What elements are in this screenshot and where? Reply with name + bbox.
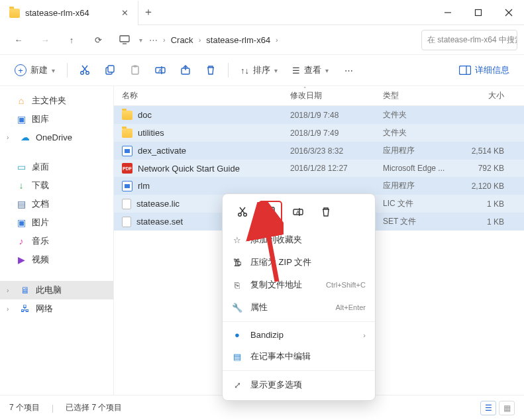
gallery-icon: ▣: [16, 114, 26, 125]
paste-button[interactable]: [123, 60, 147, 81]
svg-point-7: [86, 72, 89, 75]
table-row[interactable]: dex_activate2016/3/23 8:32应用程序2,514 KB: [114, 142, 524, 160]
cm-notepad-edit[interactable]: ▤在记事本中编辑: [223, 345, 375, 368]
sidebar-desktop[interactable]: ▭桌面: [0, 158, 113, 176]
cm-show-more[interactable]: ⤢显示更多选项: [223, 374, 375, 396]
view-button[interactable]: ☰ 查看 ▾: [286, 60, 335, 80]
cm-compress-zip[interactable]: 🗜压缩为 ZIP 文件: [223, 251, 375, 274]
maximize-button[interactable]: [463, 0, 494, 25]
titlebar: statease-rlm-x64 ✕ ＋: [0, 0, 524, 25]
rename-button[interactable]: A: [148, 60, 172, 81]
sidebar-downloads[interactable]: ↓下载: [0, 176, 113, 195]
desktop-icon: ▭: [16, 162, 26, 172]
svg-point-21: [244, 213, 247, 217]
document-icon: ▤: [16, 199, 26, 209]
table-row[interactable]: rlm应用程序2,120 KB: [114, 177, 524, 195]
search-input[interactable]: 在 statease-rlm-x64 中搜索: [421, 30, 517, 50]
col-type[interactable]: 类型: [383, 90, 462, 101]
view-list-button[interactable]: ☰: [480, 401, 496, 415]
col-size[interactable]: 大小: [462, 90, 516, 101]
delete-button[interactable]: [199, 60, 223, 81]
sidebar-documents[interactable]: ▤文档: [0, 195, 113, 213]
folder-icon: [122, 129, 132, 138]
sidebar: ⌂主文件夹 ▣图库 ›☁OneDrive ▭桌面 ↓下载 ▤文档 ▣图片 ♪音乐…: [0, 86, 114, 420]
minimize-button[interactable]: [433, 0, 463, 25]
close-window-button[interactable]: [494, 0, 524, 25]
chevron-right-icon: ›: [276, 36, 278, 44]
refresh-button[interactable]: ⟳: [86, 29, 110, 50]
sidebar-videos[interactable]: ▶视频: [0, 250, 113, 269]
file-size: 2,120 KB: [462, 182, 516, 191]
new-tab-button[interactable]: ＋: [138, 5, 158, 19]
new-label: 新建: [30, 64, 48, 76]
details-label: 详细信息: [475, 64, 509, 76]
copy-button[interactable]: [98, 60, 122, 81]
navbar: ← → ↑ ⟳ ▾ ⋯ › Crack › statease-rlm-x64 ›…: [0, 25, 524, 54]
details-icon: [459, 66, 471, 75]
tab-current[interactable]: statease-rlm-x64 ✕: [0, 0, 138, 25]
breadcrumb-item[interactable]: Crack: [171, 35, 193, 45]
table-row[interactable]: doc2018/1/9 7:48文件夹: [114, 106, 524, 124]
video-icon: ▶: [16, 254, 26, 265]
sidebar-home[interactable]: ⌂主文件夹: [0, 91, 113, 110]
cut-button[interactable]: [73, 60, 97, 81]
file-icon: [122, 217, 131, 227]
context-menu: A ☆添加到收藏夹 🗜压缩为 ZIP 文件 ⎘复制文件地址Ctrl+Shift+…: [222, 193, 376, 401]
sort-label: 排序: [253, 64, 270, 76]
cm-bandizip[interactable]: ●Bandizip›: [223, 325, 375, 345]
close-tab-icon[interactable]: ✕: [121, 8, 129, 18]
table-row[interactable]: PDFNetwork Quick Start Guide2016/1/28 12…: [114, 160, 524, 177]
expand-icon: ⤢: [232, 380, 242, 390]
chevron-right-icon[interactable]: ›: [7, 305, 15, 313]
col-name[interactable]: 名称: [122, 90, 290, 101]
file-icon: [122, 199, 131, 209]
file-size: 1 KB: [462, 199, 516, 209]
breadcrumb-item[interactable]: statease-rlm-x64: [206, 35, 270, 45]
back-button[interactable]: ←: [7, 29, 30, 50]
file-date: 2016/1/28 12:27: [290, 164, 383, 173]
view-grid-button[interactable]: ▦: [499, 401, 515, 415]
pc-icon[interactable]: [113, 29, 136, 50]
svg-rect-1: [476, 9, 482, 15]
file-date: 2016/3/23 8:32: [290, 146, 383, 156]
chevron-right-icon[interactable]: ›: [7, 134, 15, 141]
cm-cut-button[interactable]: [231, 201, 254, 223]
sidebar-gallery[interactable]: ▣图库: [0, 110, 113, 129]
sidebar-thispc[interactable]: ›🖥此电脑: [0, 281, 113, 299]
chevron-right-icon: ›: [199, 36, 201, 44]
sidebar-pictures[interactable]: ▣图片: [0, 213, 113, 232]
up-button[interactable]: ↑: [60, 29, 83, 50]
new-button[interactable]: + 新建 ▾: [8, 60, 62, 80]
path-icon: ⎘: [232, 280, 242, 290]
tab-title: statease-rlm-x64: [25, 8, 89, 18]
svg-line-22: [240, 207, 245, 213]
cm-copy-path[interactable]: ⎘复制文件地址Ctrl+Shift+C: [223, 274, 375, 296]
wrench-icon: 🔧: [232, 303, 242, 313]
pc-icon: 🖥: [20, 285, 30, 295]
sidebar-music[interactable]: ♪音乐: [0, 232, 113, 250]
chevron-right-icon[interactable]: ›: [7, 287, 15, 294]
exe-icon: [122, 146, 132, 156]
more-button[interactable]: ⋯: [337, 60, 360, 81]
cloud-icon: ☁: [20, 132, 30, 142]
cm-rename-button[interactable]: A: [286, 201, 310, 223]
details-pane-button[interactable]: 详细信息: [452, 60, 516, 80]
network-icon: 🖧: [20, 303, 30, 314]
cm-properties[interactable]: 🔧属性Alt+Enter: [223, 296, 375, 319]
cm-copy-button[interactable]: [258, 201, 282, 223]
forward-button[interactable]: →: [33, 29, 57, 50]
toolbar: + 新建 ▾ A ↑↓ 排序 ▾ ☰ 查看 ▾ ⋯ 详细信息: [0, 54, 524, 86]
cm-add-favorite[interactable]: ☆添加到收藏夹: [223, 229, 375, 251]
sidebar-network[interactable]: ›🖧网络: [0, 299, 113, 318]
star-icon: ☆: [232, 235, 242, 245]
sort-button[interactable]: ↑↓ 排序 ▾: [234, 60, 284, 80]
file-name: doc: [138, 110, 152, 120]
share-button[interactable]: [174, 60, 197, 81]
file-date: 2018/1/9 7:49: [290, 129, 383, 138]
file-size: 1 KB: [462, 217, 516, 227]
sidebar-onedrive[interactable]: ›☁OneDrive: [0, 129, 113, 146]
table-row[interactable]: utilities2018/1/9 7:49文件夹: [114, 124, 524, 142]
folder-icon: [122, 111, 132, 120]
cm-delete-button[interactable]: [314, 201, 338, 223]
view-label: 查看: [304, 64, 321, 76]
